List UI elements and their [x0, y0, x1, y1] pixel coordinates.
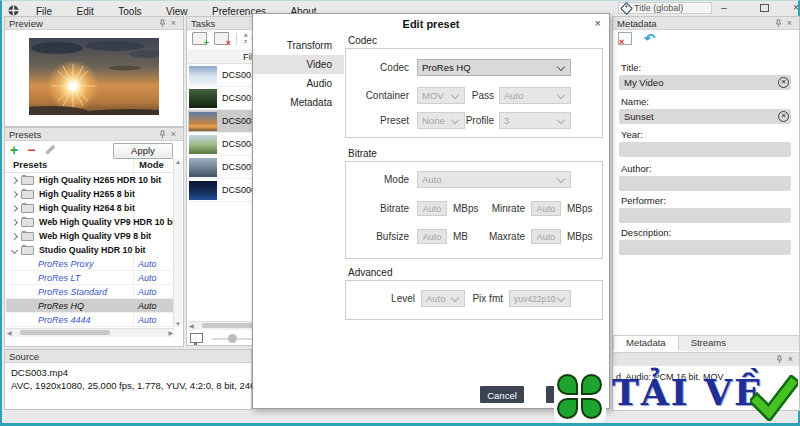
pass-label: Pass — [472, 90, 494, 101]
dialog-tab-audio[interactable]: Audio — [253, 74, 344, 93]
pin-icon[interactable] — [157, 130, 168, 139]
tasks-panel-title: Tasks — [191, 18, 215, 29]
pixfmt-select[interactable]: yuv422p10le — [509, 290, 571, 307]
app-window: File Edit Tools View Preferences About T… — [0, 0, 800, 426]
preset-label: Preset — [380, 115, 409, 126]
tab-metadata[interactable]: Metadata — [613, 336, 679, 351]
add-preset-button[interactable]: + — [10, 144, 18, 156]
name-input[interactable] — [619, 109, 791, 124]
col-mode: Mode — [139, 159, 164, 170]
preset-item-row[interactable]: ProRes ProxyAuto — [6, 257, 174, 271]
pass-select[interactable]: Auto — [499, 87, 571, 104]
undo-icon[interactable]: ↶ — [644, 33, 655, 44]
preset-group-row[interactable]: High Quality H265 8 bit — [6, 187, 174, 201]
remove-preset-button[interactable]: − — [27, 145, 35, 155]
dialog-tab-metadata[interactable]: Metadata — [253, 93, 344, 112]
codec-select[interactable]: ProRes HQ — [417, 59, 571, 76]
preset-group-row[interactable]: High Quality H264 8 bit — [6, 201, 174, 215]
preset-item-row[interactable]: ProRes StandardAuto — [6, 285, 174, 299]
preset-item-row[interactable]: ProRes 4444Auto — [6, 313, 174, 327]
title-label: Title: — [621, 62, 641, 73]
performer-input[interactable] — [619, 208, 791, 223]
clear-field-icon[interactable]: × — [778, 111, 789, 122]
task-thumbnail — [189, 158, 217, 177]
dialog-title: Edit preset — [253, 14, 609, 34]
chevron-right-icon[interactable] — [11, 176, 18, 183]
remove-task-icon[interactable]: × — [214, 32, 229, 45]
close-icon[interactable]: × — [168, 18, 179, 29]
maxrate-unit: MBps — [567, 231, 593, 242]
chevron-down-icon[interactable] — [11, 246, 18, 253]
maximize-button[interactable] — [750, 1, 778, 14]
level-select[interactable]: Auto — [421, 290, 465, 307]
dialog-tab-transform[interactable]: Transform — [253, 36, 344, 55]
cancel-button[interactable]: Cancel — [480, 386, 524, 403]
advanced-group-label: Advanced — [348, 267, 392, 278]
presets-toolbar: + − Apply — [5, 141, 183, 158]
pin-icon[interactable] — [157, 19, 168, 28]
minrate-field[interactable] — [531, 201, 561, 216]
close-icon[interactable]: × — [784, 18, 795, 29]
pixfmt-label: Pix fmt — [472, 293, 503, 304]
container-select[interactable]: MOV — [417, 87, 465, 104]
clear-metadata-icon[interactable]: × — [618, 32, 632, 45]
chevron-down-icon — [451, 293, 459, 301]
name-label: Name: — [621, 96, 649, 107]
author-input[interactable] — [619, 176, 791, 191]
apply-button[interactable]: Apply — [113, 143, 173, 159]
preset-group-row[interactable]: Studio Quality HDR 10 bit — [6, 243, 174, 257]
dialog-tab-video[interactable]: Video — [253, 55, 344, 74]
minimize-button[interactable]: – — [710, 1, 738, 14]
title-global-field[interactable]: Title (global) — [618, 2, 712, 14]
task-thumbnail — [189, 66, 217, 85]
bufsize-field[interactable] — [417, 229, 447, 244]
description-input[interactable] — [619, 240, 791, 255]
pin-icon[interactable] — [774, 355, 785, 364]
chevron-right-icon[interactable] — [11, 190, 18, 197]
chevron-right-icon[interactable] — [11, 204, 18, 211]
chevron-right-icon[interactable] — [11, 232, 18, 239]
bitrate-field[interactable] — [417, 201, 447, 216]
title-input[interactable] — [619, 75, 791, 90]
chevron-down-icon — [557, 90, 565, 98]
monitor-icon — [190, 333, 203, 343]
preset-group-row[interactable]: High Quality H265 HDR 10 bit — [6, 173, 174, 187]
preset-group-row[interactable]: Web High Quality VP9 HDR 10 bit — [6, 215, 174, 229]
dialog-close-button[interactable]: × — [595, 17, 601, 29]
add-task-icon[interactable]: + — [192, 32, 207, 45]
close-icon[interactable]: × — [785, 354, 796, 365]
mode-select[interactable]: Auto — [417, 171, 571, 188]
info-panel-header: × — [613, 352, 799, 366]
clear-field-icon[interactable]: × — [778, 77, 789, 88]
maxrate-field[interactable] — [531, 229, 561, 244]
pin-icon[interactable] — [773, 19, 784, 28]
bitrate-label: Bitrate — [380, 203, 409, 214]
codec-group-label: Codec — [348, 35, 377, 46]
task-thumbnail — [189, 135, 217, 154]
task-thumbnail — [189, 181, 217, 200]
source-panel-title: Source — [9, 351, 39, 362]
close-icon[interactable]: × — [168, 129, 179, 140]
edit-preset-icon[interactable] — [45, 144, 56, 155]
presets-vertical-scrollbar[interactable]: ▲▼ — [173, 159, 182, 327]
thumbnail-size-slider-thumb[interactable] — [228, 334, 237, 343]
preset-item-row[interactable]: ProRes LTAuto — [6, 271, 174, 285]
tab-streams[interactable]: Streams — [679, 336, 738, 351]
presets-horizontal-scrollbar[interactable]: ◀▶ — [6, 328, 174, 337]
ok-button[interactable] — [546, 386, 600, 403]
year-input[interactable] — [619, 142, 791, 157]
chevron-right-icon[interactable] — [11, 218, 18, 225]
preset-item-row-selected[interactable]: ProRes HQAuto — [6, 299, 174, 313]
codec-label: Codec — [380, 62, 409, 73]
preview-panel-title: Preview — [9, 18, 43, 29]
preset-group-row[interactable]: Web High Quality VP9 8 bit — [6, 229, 174, 243]
description-label: Description: — [621, 227, 671, 238]
close-button[interactable]: × — [782, 1, 800, 14]
edit-preset-dialog: Edit preset × Transform Video Audio Meta… — [252, 13, 610, 409]
chevron-down-icon — [557, 293, 565, 301]
profile-select[interactable]: 3 — [499, 112, 571, 129]
mode-label: Mode — [384, 174, 409, 185]
preset-select[interactable]: None — [417, 112, 465, 129]
tag-icon — [620, 2, 633, 15]
folder-icon — [21, 218, 34, 227]
